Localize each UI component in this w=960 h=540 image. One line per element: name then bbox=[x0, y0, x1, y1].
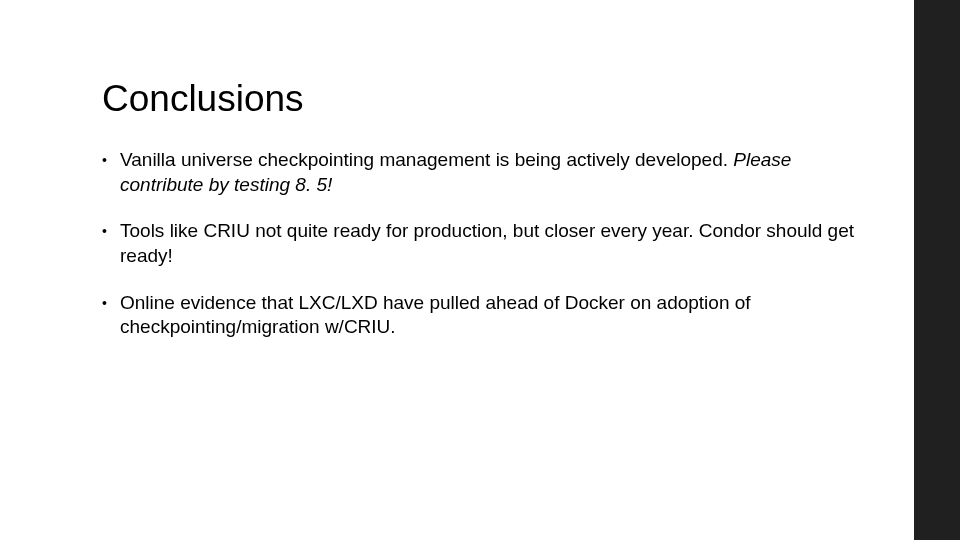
bullet-text: Tools like CRIU not quite ready for prod… bbox=[120, 220, 854, 266]
bullet-text: Online evidence that LXC/LXD have pulled… bbox=[120, 292, 751, 338]
slide-title: Conclusions bbox=[102, 78, 854, 120]
list-item: Online evidence that LXC/LXD have pulled… bbox=[102, 291, 854, 340]
slide: Conclusions Vanilla universe checkpointi… bbox=[0, 0, 960, 540]
slide-content: Conclusions Vanilla universe checkpointi… bbox=[0, 0, 914, 540]
side-accent-bar bbox=[914, 0, 960, 540]
list-item: Tools like CRIU not quite ready for prod… bbox=[102, 219, 854, 268]
bullet-list: Vanilla universe checkpointing managemen… bbox=[102, 148, 854, 340]
list-item: Vanilla universe checkpointing managemen… bbox=[102, 148, 854, 197]
bullet-text: Vanilla universe checkpointing managemen… bbox=[120, 149, 733, 170]
